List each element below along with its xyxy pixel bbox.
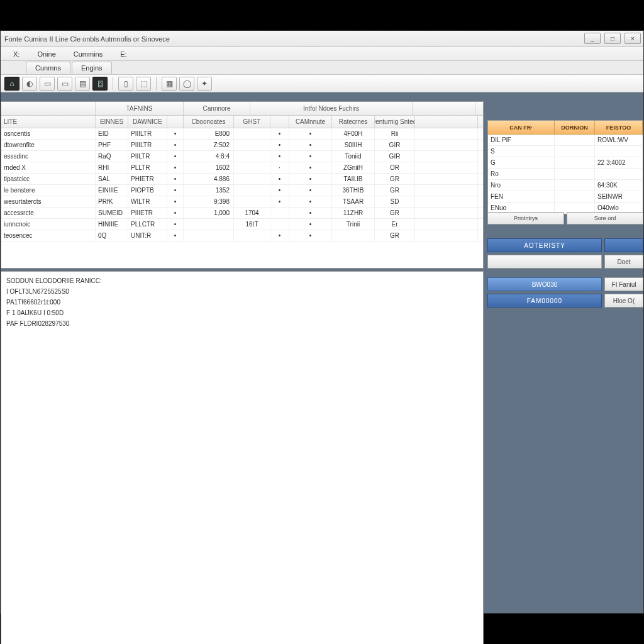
cell — [234, 151, 270, 162]
toolbar-btn-2[interactable]: ◐ — [22, 77, 37, 91]
toolbar-btn-4[interactable]: ▭ — [57, 77, 72, 91]
col-rest — [415, 116, 478, 128]
action-row1b[interactable] — [604, 238, 643, 252]
toolbar-btn-10[interactable]: ◯ — [179, 77, 194, 91]
close-button[interactable]: × — [625, 33, 641, 44]
side-row[interactable]: Ro — [488, 169, 643, 180]
cell: 4.886 — [184, 174, 234, 184]
cell: • — [167, 162, 184, 173]
cell — [415, 219, 478, 230]
toolbar-btn-3[interactable]: ▭ — [40, 77, 55, 91]
menu-item-online[interactable]: Onine — [28, 48, 64, 60]
cell — [415, 162, 478, 173]
menu-item-e[interactable]: E: — [111, 48, 135, 60]
side-row[interactable]: DIL PiFROWL:WV — [488, 135, 643, 146]
cell — [415, 128, 478, 139]
cell: PIIIETR — [128, 208, 167, 218]
cell: PHIETR — [128, 174, 167, 184]
col-3[interactable] — [167, 116, 184, 128]
side-row[interactable]: FENSEINWR — [488, 191, 643, 203]
col-eines[interactable]: EINNES — [96, 116, 128, 128]
minimize-button[interactable]: _ — [584, 33, 601, 44]
side-cell — [555, 169, 595, 179]
menu-item-cummins[interactable]: Cummins — [65, 48, 111, 60]
table-row[interactable]: teosencec0QUNIT:R•••GR — [1, 230, 483, 242]
cell: HINIIIE — [96, 219, 128, 230]
cell — [184, 230, 234, 241]
action-doet[interactable]: Doet — [604, 255, 643, 269]
table-row[interactable]: le benstereEINIIIEPIOPTB•1352••36THIBGR — [1, 185, 483, 196]
col-lite[interactable]: LITE — [1, 116, 96, 128]
cell: • — [270, 196, 289, 207]
col-ratecrnes[interactable]: Ratecrnes — [332, 116, 375, 128]
cell — [415, 174, 478, 184]
col-dawnice[interactable]: DAWNICE — [128, 116, 167, 128]
cell: GIR — [375, 151, 415, 162]
detail-text-area[interactable]: SODDUN ELODDORIIE RANICC: I OFLT3LN67255… — [1, 271, 484, 644]
cell: esssdinc — [1, 151, 96, 162]
toolbar-btn-7[interactable]: ▯ — [118, 77, 133, 91]
cell: 1,000 — [184, 208, 234, 218]
table-row[interactable]: wesurtaterctsPRfKWILTR•9:398••TSAARSD — [1, 196, 483, 208]
side-row[interactable]: S — [488, 146, 643, 157]
action-hloe[interactable]: Hloe O( — [604, 294, 643, 308]
cell — [234, 174, 270, 184]
printentries-button[interactable]: Printntrys — [487, 212, 564, 225]
cell: 4F00H — [332, 128, 375, 139]
action-bw0030[interactable]: BWO030 — [487, 277, 602, 291]
col-denturnig[interactable]: Denturnig Sntecr — [375, 116, 415, 128]
toolbar-btn-8[interactable]: ⬚ — [136, 77, 151, 91]
table-row[interactable]: iunncnoicHINIIIEPLLCTR•16tT•TriniiEr — [1, 219, 483, 230]
action-fam00000[interactable]: FAM00000 — [487, 294, 602, 308]
cell: E800 — [184, 128, 234, 139]
action-aoteristy[interactable]: AOTERISTY — [487, 238, 602, 252]
super-col-grp2[interactable]: Cannnore — [184, 102, 250, 115]
tab-engins[interactable]: Engins — [72, 62, 112, 74]
action-row2a[interactable] — [487, 255, 602, 269]
toolbar-btn-9[interactable]: ▦ — [162, 77, 177, 91]
side-row[interactable]: G22 3:4002 — [488, 157, 643, 169]
application-window: Fonte Cumins II Line Cle onbls Autmnofis… — [0, 30, 644, 614]
cell: • — [289, 128, 332, 139]
table-row[interactable]: osncentisEIDPIIILTR•E800••4F00HRii — [1, 128, 483, 140]
cell: iunncnoic — [1, 219, 96, 230]
super-col-grp1[interactable]: TAFNINS — [96, 102, 184, 115]
cell: RaQ — [96, 151, 128, 162]
cell: GR — [375, 185, 415, 196]
col-ghst[interactable]: GHST — [234, 116, 270, 128]
sort-ord-button[interactable]: Sore ord — [567, 212, 643, 225]
home-icon[interactable]: ⌂ — [4, 77, 19, 91]
table-super-header: TAFNINS Cannnore Intfol Ndoes Fuchirs — [1, 102, 483, 116]
table-row[interactable]: accessrcteSUMEIDPIIIETR•1,0001704•11ZHRG… — [1, 208, 483, 219]
table-row[interactable]: esssdincRaQPIILTR•4:8:4••ToniidGIR — [1, 151, 483, 162]
col-6[interactable] — [270, 116, 289, 128]
toolbar-btn-6[interactable]: ⌼ — [92, 77, 108, 91]
cell: • — [270, 174, 289, 184]
cell: Rii — [375, 128, 415, 139]
detail-line-3: F 1 0AiJK6U I 0:50D — [6, 308, 478, 318]
side-row[interactable]: Nro64:30K — [488, 180, 643, 191]
toolbar-btn-11[interactable]: ✦ — [197, 77, 212, 91]
tab-cunmns[interactable]: Cunmns — [26, 62, 70, 74]
side-col-feistoo[interactable]: FEISTOO — [595, 121, 643, 134]
super-col-grp3[interactable]: Intfol Ndoes Fuchirs — [250, 102, 413, 115]
side-grid-body: DIL PiFROWL:WVSG22 3:4002RoNro64:30KFENS… — [488, 135, 643, 214]
toolbar-btn-5[interactable]: ▤ — [75, 77, 90, 91]
maximize-button[interactable]: □ — [604, 33, 621, 44]
cell: SUMEID — [96, 208, 128, 218]
detail-line-1: I OFLT3LN6725525S0 — [6, 286, 478, 297]
cell: Er — [375, 219, 415, 230]
super-col-rest — [413, 102, 475, 115]
side-col-canfr[interactable]: CAN FR· — [488, 121, 555, 134]
table-row[interactable]: tipastciccSALPHIETR•4.886••TAII.IBGR — [1, 174, 483, 185]
side-col-dornion[interactable]: DORNION — [555, 121, 595, 134]
detail-line-0: SODDUN ELODDORIIE RANICC: — [6, 275, 478, 286]
action-fi-faniul[interactable]: FI Faniul — [604, 277, 643, 291]
col-choonoates[interactable]: Cboonoates — [184, 116, 234, 128]
menu-item-file[interactable]: X: — [4, 48, 28, 60]
cell: Toniid — [332, 151, 375, 162]
table-header: LITE EINNES DAWNICE Cboonoates GHST CAMn… — [1, 116, 483, 128]
col-camnnute[interactable]: CAMnnute — [289, 116, 332, 128]
table-row[interactable]: dtowrenfitePHFPIIILTR•Z:502••S0IIIHGIR — [1, 140, 483, 151]
table-row[interactable]: rnded XRHIPLLTR•1602·•ZGniiHOR — [1, 162, 483, 174]
